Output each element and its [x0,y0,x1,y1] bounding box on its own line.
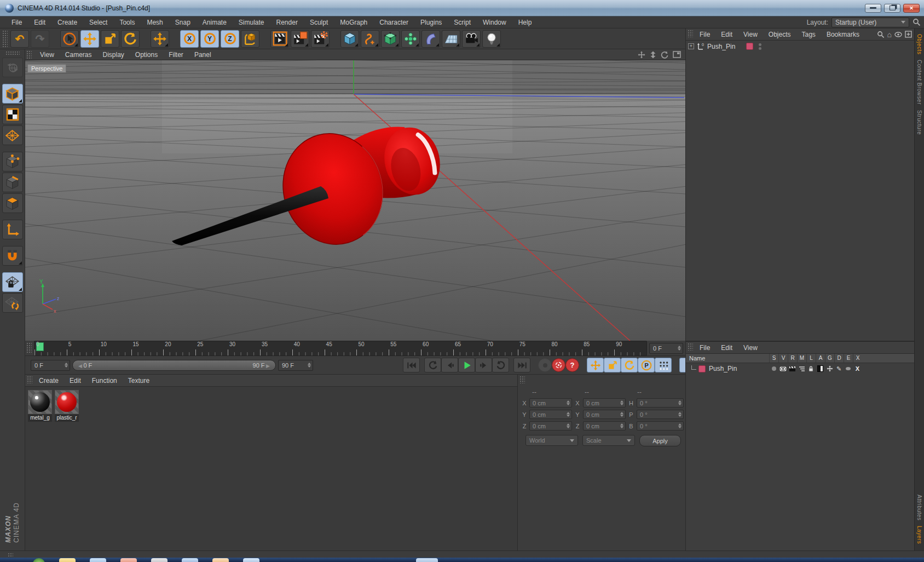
add-generator-button[interactable] [381,30,400,48]
taskbar-icon[interactable] [151,558,168,562]
menu-item[interactable]: Mesh [142,18,168,27]
column-header-g[interactable]: G [825,354,834,363]
autokey-button[interactable] [552,358,565,372]
coordinates-grip[interactable] [519,376,525,383]
object-manager-menu-item[interactable]: Tags [797,30,821,39]
viewport-pan-icon[interactable] [638,51,645,59]
add-camera-button[interactable] [462,30,481,48]
menu-item[interactable]: Tools [114,18,140,27]
live-selection-button[interactable] [60,30,79,48]
coordinate-system-dropdown[interactable]: World [525,435,578,446]
key-position-toggle[interactable] [587,358,604,372]
object-name[interactable]: Push_Pin [707,43,735,50]
menu-item[interactable]: Window [478,18,511,27]
menu-item[interactable]: Sculpt [305,18,333,27]
material-tag-icon[interactable] [746,43,753,50]
layout-dropdown[interactable]: Startup (User) [831,18,909,27]
materials-menu-item[interactable]: Function [87,376,122,386]
menu-item[interactable]: Snap [170,18,195,27]
scale-field[interactable]: 0 cm [583,421,626,431]
scale-field[interactable]: 0 cm [583,410,626,419]
record-keyframe-button[interactable] [538,358,552,372]
viewport-menu-item[interactable]: Display [97,50,129,60]
move-tool-button[interactable] [80,30,99,48]
viewport-zoom-icon[interactable] [650,51,656,59]
view-toggle[interactable] [778,366,788,371]
previous-key-button[interactable] [424,358,441,372]
expressions-toggle[interactable] [844,367,853,370]
goto-end-button[interactable] [513,358,530,372]
column-header-v[interactable]: V [778,354,788,363]
add-box-icon[interactable] [905,31,912,38]
windows-taskbar[interactable] [0,558,924,562]
viewport-label[interactable]: Perspective [27,64,66,73]
column-header-m[interactable]: M [797,354,806,363]
toolbar-grip[interactable] [2,30,8,47]
generators-toggle[interactable] [825,365,834,372]
viewport[interactable]: Y z x Perspective [25,60,685,341]
column-header-s[interactable]: S [769,354,778,363]
taskbar-icon[interactable] [212,558,229,562]
keyframe-selection-button[interactable] [655,358,672,372]
close-button[interactable]: ✕ [903,4,920,13]
viewport-menu-item[interactable]: View [35,50,59,60]
managers-toggle[interactable] [797,366,806,372]
rotation-field[interactable]: 0 ° [637,421,684,431]
menu-item[interactable]: Help [513,18,537,27]
key-rotation-toggle[interactable] [621,358,638,372]
minimize-button[interactable] [865,4,881,13]
frame-range-slider[interactable]: ◀ 0 F 90 F ▶ [72,360,276,371]
object-manager-menu-item[interactable]: Objects [764,30,796,39]
keying-help-button[interactable]: ? [565,358,579,372]
render-toggle[interactable] [788,366,797,372]
object-manager-menu-item[interactable]: File [695,30,715,39]
apply-button[interactable]: Apply [639,435,681,446]
make-editable-button[interactable] [2,58,23,77]
position-field[interactable]: 0 cm [529,421,572,431]
viewport-menu-item[interactable]: Cameras [60,50,97,60]
material-item[interactable]: metal_g [28,390,52,422]
maximize-button[interactable] [884,4,900,13]
layer-row-push-pin[interactable]: Push_Pin ✎ X [686,363,914,374]
timeline-grip[interactable] [26,342,32,353]
menu-item[interactable]: Plugins [415,18,447,27]
layer-manager-menu-item[interactable]: File [695,343,715,353]
polygons-mode-button[interactable] [2,193,23,213]
snap-button[interactable] [2,246,23,266]
menu-item[interactable]: Create [53,18,82,27]
lock-z-axis-button[interactable]: Z [221,30,239,48]
column-header-e[interactable]: E [844,354,853,363]
object-manager-menu-item[interactable]: Edit [716,30,737,39]
viewport-toggle-icon[interactable] [673,51,681,58]
viewport-menu-item[interactable]: Options [130,50,163,60]
position-field[interactable]: 0 cm [529,398,572,408]
scale-tool-button[interactable] [101,30,119,48]
home-icon[interactable]: ⌂ [887,31,892,38]
object-manager-menu-item[interactable]: View [738,30,763,39]
layer-manager-grip[interactable] [688,343,693,351]
tab-layers[interactable]: Layers [916,526,922,544]
coordinate-system-button[interactable] [241,30,259,48]
animation-toggle[interactable] [816,365,825,372]
menu-item[interactable]: Edit [29,18,50,27]
xref-toggle[interactable]: X [853,365,862,372]
tab-structure[interactable]: Structure [916,110,922,135]
tab-objects[interactable]: Objects [916,34,922,54]
lock-x-axis-button[interactable]: X [180,30,199,48]
menu-item[interactable]: Animate [198,18,232,27]
add-environment-button[interactable] [442,30,460,48]
spinner-icon[interactable] [308,363,311,368]
visibility-dots-icon[interactable] [759,43,761,50]
deformers-toggle[interactable]: ✎ [834,365,844,372]
points-mode-button[interactable] [2,152,23,171]
texture-mode-button[interactable] [2,105,23,124]
rotate-tool-button[interactable] [121,30,140,48]
column-header-d[interactable]: D [834,354,844,363]
add-modeling-object-button[interactable] [401,30,420,48]
lock-toggle[interactable] [806,365,816,372]
viewport-menu-grip[interactable] [26,50,32,59]
rotation-field[interactable]: 0 ° [637,410,684,419]
render-picture-viewer-button[interactable] [291,30,309,48]
expand-icon[interactable]: + [688,43,694,49]
render-settings-button[interactable] [311,30,330,48]
